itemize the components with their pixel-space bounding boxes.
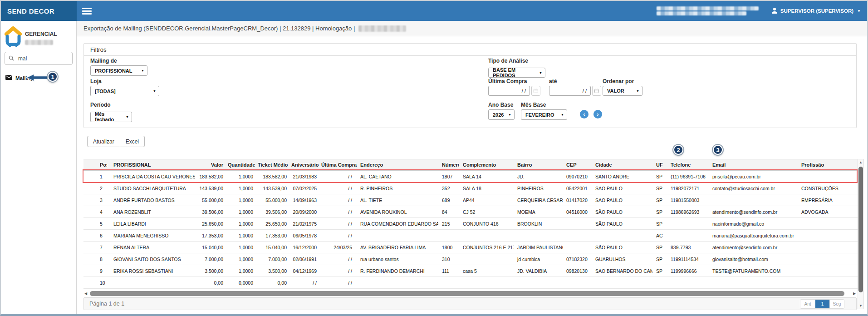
cell: / / [321, 218, 357, 230]
col-header-profissional[interactable]: PROFISSIONAL [107, 159, 195, 171]
cell: 7 [83, 242, 107, 253]
cell: CERQUEIRA CESAR [514, 194, 563, 206]
cell: 111 [438, 265, 459, 277]
table-row[interactable]: 9ERIKA ROSSI SEBASTIANI3.500,001,00003.5… [83, 265, 858, 277]
cell: 3.500,00 [258, 265, 291, 277]
user-menu[interactable]: SUPERVISOR (SUPERVISOR) ▼ [771, 7, 861, 15]
scroll-down-icon[interactable]: ▼ [858, 304, 863, 308]
cell: LEILA LIBARDI [107, 218, 195, 230]
previous-page-button[interactable]: Ant [800, 300, 815, 308]
cell: 11991114534 [667, 253, 709, 265]
col-header-ticket-m-dio[interactable]: Ticket Médio [258, 159, 291, 171]
cell: 55.000,00 [195, 194, 228, 206]
col-header-n-mero[interactable]: Número [438, 159, 459, 171]
cell: 143.539,00 [195, 183, 228, 194]
horizontal-scrollbar[interactable]: ◀ ▶ [83, 291, 857, 296]
cell: / / [321, 230, 357, 242]
cell: 0,0000 [228, 277, 258, 289]
table-row[interactable]: 1PRISCILA DA COSTA CAU VERONESI183.582,0… [83, 171, 858, 183]
ate-date-input[interactable]: / / [549, 86, 591, 96]
mailing-de-select[interactable]: PROFISSIONAL▼ [90, 65, 147, 76]
cell: CONJUNTO 416 [459, 218, 514, 230]
ordenar-por-label: Ordenar por [603, 78, 642, 84]
vertical-scrollbar[interactable]: ▲ ▼ [858, 159, 864, 309]
table-row[interactable]: 6MARIANA MENEGHISSO17.353,001,000017.353… [83, 230, 858, 242]
search-input[interactable] [18, 55, 64, 62]
cell: JARDIM PAULISTANO [514, 242, 563, 253]
cell: 09070210 [563, 171, 592, 183]
cell: atendimento@sendinfo.com.br [709, 242, 798, 253]
col-header-email[interactable]: Email [709, 159, 798, 171]
loja-label: Loja [90, 78, 159, 84]
col-header-cidade[interactable]: Cidade [592, 159, 652, 171]
cell: CONSTRUÇÕES [798, 183, 858, 194]
chevron-down-icon: ▼ [126, 115, 129, 118]
cell: RUA COMENDADOR EDUARDO SACCAB [357, 218, 438, 230]
table-row[interactable]: 5LEILA LIBARDI25.650,001,000025.650,0021… [83, 218, 858, 230]
ano-base-select[interactable]: 2026▼ [488, 109, 515, 120]
ultima-compra-date-input[interactable]: / / [488, 86, 530, 96]
chevron-down-icon: ▼ [141, 69, 144, 72]
table-row[interactable]: 8GIOVANI SAITO DOS SANTOS7.000,001,00007… [83, 253, 858, 265]
table-row[interactable]: 7RENAN ALTERA15.040,001,000015.040,0016/… [83, 242, 858, 253]
cell: 21/03/1983 [291, 171, 321, 183]
cell: SP [652, 194, 667, 206]
table-row[interactable]: 2STUDIO SACCHI ARQUITETURA143.539,001,00… [83, 183, 858, 194]
topbar: SEND DECOR SUPERVISOR (SUPERVISOR) ▼ [1, 1, 867, 21]
horizontal-scroll-thumb[interactable] [90, 291, 844, 296]
hamburger-menu-icon[interactable] [82, 8, 92, 15]
scroll-up-icon[interactable]: ▲ [858, 160, 863, 164]
loja-select[interactable]: [TODAS]▼ [90, 86, 159, 96]
scroll-right-icon[interactable]: ▶ [852, 291, 857, 296]
cell [709, 194, 798, 206]
col-header-bairro[interactable]: Bairro [514, 159, 563, 171]
col-header-telefone[interactable]: Telefone [667, 159, 709, 171]
col-header-anivers-rio[interactable]: Aniversário [291, 159, 321, 171]
redacted-text [25, 40, 53, 45]
next-page-button[interactable]: Seg [829, 300, 844, 308]
tipo-analise-select[interactable]: BASE EM PEDIDOS▼ [488, 68, 545, 78]
calendar-icon[interactable] [531, 86, 540, 96]
cell: R. FERDINANDO DEMARCHI [357, 265, 438, 277]
periodo-select[interactable]: Mês fechado▼ [90, 112, 132, 122]
vertical-scroll-thumb[interactable] [858, 167, 863, 292]
col-header-profiss-o[interactable]: Profissão [798, 159, 858, 171]
col-header-uf[interactable]: UF [652, 159, 667, 171]
cell: TESTE@FATURAMENTO.COM [709, 265, 798, 277]
previous-month-button[interactable]: ‹ [580, 110, 588, 118]
col-header-complemento[interactable]: Complemento [459, 159, 514, 171]
cell [514, 230, 563, 242]
ordenar-por-select[interactable]: VALOR▼ [603, 86, 642, 96]
table-row[interactable]: 3ANDRÉ FURTADO BASTOS55.000,001,000055.0… [83, 194, 858, 206]
cell: / / [321, 253, 357, 265]
atualizar-button[interactable]: Atualizar [87, 136, 120, 147]
sidebar-search[interactable] [5, 52, 73, 65]
cell: SALA 18 [459, 183, 514, 194]
cell: 17.353,00 [195, 230, 228, 242]
col-header--ltima-compra[interactable]: Última Compra [321, 159, 357, 171]
cell: 7.000,00 [258, 253, 291, 265]
cell: / / [321, 277, 357, 289]
page-1-button[interactable]: 1 [815, 300, 829, 308]
mes-base-select[interactable]: FEVEREIRO▼ [521, 109, 567, 120]
cell: 05422001 [563, 183, 592, 194]
cell: 689 [438, 194, 459, 206]
cell: SANTO ANDRE [592, 171, 652, 183]
cell: mariana@pasquattoarquitetura.com.br [709, 230, 798, 242]
cell: 09820130 [563, 265, 592, 277]
cell [709, 277, 798, 289]
col-header-endere-o[interactable]: Endereço [357, 159, 438, 171]
chevron-down-icon: ▼ [636, 89, 639, 93]
cell: / / [321, 194, 357, 206]
excel-button[interactable]: Excel [120, 136, 145, 147]
calendar-icon[interactable] [592, 86, 601, 96]
col-header-cep[interactable]: CEP [563, 159, 592, 171]
col-header-posi-o[interactable]: Posição [83, 159, 107, 171]
next-month-button[interactable]: › [593, 110, 602, 118]
cell: CJ 52 [459, 206, 514, 218]
table-row[interactable]: 4ANA ROZENBLIT39.506,001,000039.506,0020… [83, 206, 858, 218]
col-header-valor[interactable]: Valor [195, 159, 228, 171]
col-header-quantidade[interactable]: Quantidade [228, 159, 258, 171]
table-row[interactable]: 100,000,00000,00/ // / [83, 277, 858, 289]
scroll-left-icon[interactable]: ◀ [83, 291, 88, 296]
